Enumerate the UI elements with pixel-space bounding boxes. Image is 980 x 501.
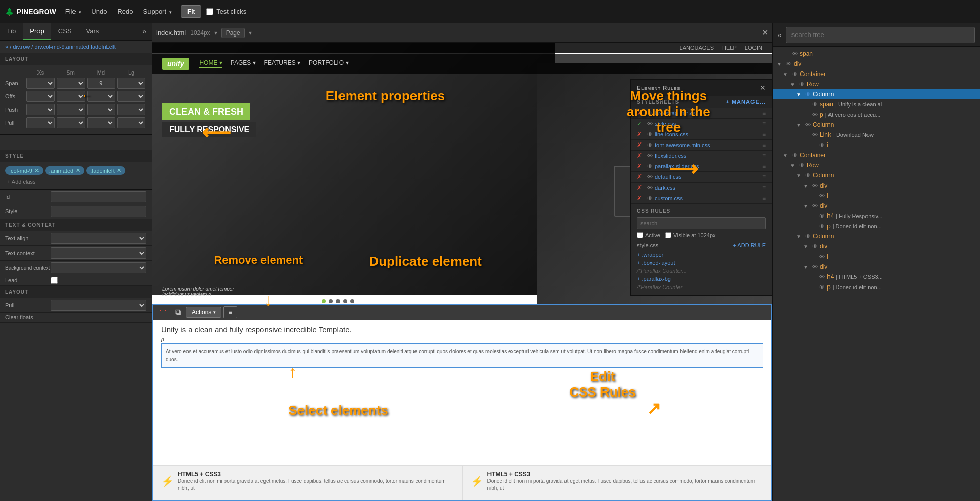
push-sm-select[interactable] [57,104,85,115]
tree-item-row-2[interactable]: ▼ 👁 Row [773,160,980,170]
tree-eye-div-5[interactable]: 👁 [812,264,818,270]
style-input[interactable] [51,206,146,217]
css-rule-boxed-layout[interactable]: + .boxed-layout [637,259,766,267]
editor-close-button[interactable]: ✕ [762,28,768,38]
undo-btn[interactable]: Undo [87,6,111,17]
tag-fadeinleft[interactable]: .fadeinleft ✕ [86,166,125,175]
dot-2[interactable] [329,299,333,303]
ss-name-custom[interactable]: custom.css [655,195,762,201]
tree-search-input[interactable] [786,27,975,43]
css-rule-wrapper[interactable]: + .wrapper [637,251,766,259]
test-clicks-checkbox[interactable] [206,8,213,15]
offs-lg-select[interactable] [117,91,145,102]
tab-vars[interactable]: Vars [79,23,106,40]
ss-drag-parallax-slider[interactable]: ≡ [762,163,766,170]
actions-dropdown[interactable]: Actions ▾ [186,307,221,318]
file-menu[interactable]: File ▾ [61,6,86,17]
ss-drag-default[interactable]: ≡ [762,173,766,181]
offs-xs-select[interactable] [26,91,55,102]
tree-item-div-2[interactable]: ▼ 👁 div [773,181,980,191]
tree-eye-p-donec-1[interactable]: 👁 [819,223,825,229]
text-align-select[interactable] [51,233,146,244]
ss-eye-bootstrap[interactable]: 👁 [647,110,653,116]
tree-item-i-3[interactable]: 👁 i [773,252,980,262]
delete-element-button[interactable]: 🗑 [156,307,170,318]
visible-checkbox[interactable] [665,232,671,238]
ss-name-bootstrap[interactable]: bootstrap.min.css [655,110,762,116]
tree-eye-row-2[interactable]: 👁 [799,162,805,168]
hamburger-button[interactable]: ≡ [223,306,237,318]
duplicate-element-button[interactable]: ⧉ [172,307,184,318]
add-rule-button[interactable]: + ADD RULE [733,242,766,248]
breadcrumb[interactable]: » / div.row / div.col-md-9.animated.fade… [0,41,152,53]
id-input[interactable] [51,191,146,202]
push-xs-select[interactable] [26,104,55,115]
ss-eye-default[interactable]: 👁 [647,174,653,180]
pull-md-select[interactable] [87,117,116,128]
dot-5[interactable] [350,299,354,303]
tree-eye-span-unify[interactable]: 👁 [812,101,818,108]
ss-eye-font-awesome[interactable]: 👁 [647,142,653,148]
ss-name-flexslider[interactable]: flexslider.css [655,153,762,159]
tree-eye-link-download[interactable]: 👁 [812,132,818,138]
text-context-select[interactable] [51,247,146,259]
ss-drag-line-icons[interactable]: ≡ [762,131,766,138]
ss-name-dark[interactable]: dark.css [655,185,762,191]
ss-eye-custom[interactable]: 👁 [647,195,653,201]
pull-lg-select[interactable] [117,117,145,128]
tree-eye-p-atvero[interactable]: 👁 [812,112,818,118]
ss-drag-style[interactable]: ≡ [762,120,766,127]
tree-item-h4-html5[interactable]: 👁 h4 | HTML5 + CSS3... [773,272,980,282]
tree-item-div-1[interactable]: ▼ 👁 div [773,59,980,69]
css-search-input[interactable] [637,217,766,229]
pull-sm-select[interactable] [57,117,85,128]
ss-eye-parallax-slider[interactable]: 👁 [647,163,653,169]
tree-item-p-donec-1[interactable]: 👁 p | Donec id elit non... [773,221,980,231]
tree-eye-p-donec-2[interactable]: 👁 [819,284,825,290]
tree-item-span-unify[interactable]: 👁 span | Unify is a clean al [773,99,980,110]
nav-portfolio[interactable]: PORTFOLIO ▾ [309,59,348,68]
tree-item-link-download[interactable]: 👁 Link | Download Now [773,130,980,140]
tab-lib[interactable]: Lib [0,23,23,40]
rules-close-button[interactable]: ✕ [760,84,766,92]
tree-item-div-5[interactable]: ▼ 👁 div [773,262,980,272]
tree-item-container-1[interactable]: ▼ 👁 Container [773,69,980,79]
ss-drag-flexslider[interactable]: ≡ [762,152,766,159]
offs-md-select[interactable] [87,91,116,102]
nav-pages[interactable]: PAGES ▾ [231,59,256,68]
tree-eye-div-1[interactable]: 👁 [786,61,791,67]
lead-checkbox[interactable] [51,277,58,284]
tree-eye-h4-html5[interactable]: 👁 [819,274,825,280]
tree-eye-column-selected[interactable]: 👁 [805,91,811,97]
tree-item-column-2[interactable]: ▼ 👁 Column [773,120,980,130]
tree-item-p-donec-2[interactable]: 👁 p | Donec id elit non... [773,282,980,292]
ss-drag-bootstrap[interactable]: ≡ [762,110,766,117]
tree-item-row-1[interactable]: ▼ 👁 Row [773,79,980,89]
fit-button[interactable]: Fit [181,5,201,18]
span-xs-select[interactable] [26,78,55,89]
tree-eye-column-4[interactable]: 👁 [805,233,811,239]
remove-animated-icon[interactable]: ✕ [76,167,80,174]
ss-drag-dark[interactable]: ≡ [762,184,766,191]
tree-eye-div-2[interactable]: 👁 [812,183,818,189]
tag-col-md-9[interactable]: .col-md-9 ✕ [5,166,43,175]
tree-eye-i-1[interactable]: 👁 [819,142,825,148]
tab-prop[interactable]: Prop [23,23,51,40]
ss-name-style[interactable]: style.css [655,121,762,127]
dot-4[interactable] [343,299,347,303]
span-lg-select[interactable] [117,78,145,89]
editor-page-button[interactable]: Page [221,28,245,38]
ss-eye-flexslider[interactable]: 👁 [647,153,653,159]
add-class-button[interactable]: + Add class [5,177,38,186]
tab-css[interactable]: CSS [51,23,79,40]
active-checkbox[interactable] [637,232,643,238]
ss-eye-style[interactable]: 👁 [647,121,653,127]
push-md-select[interactable] [87,104,116,115]
tree-item-i-1[interactable]: 👁 i [773,140,980,150]
tag-animated[interactable]: .animated ✕ [45,166,84,175]
tree-item-div-4[interactable]: ▼ 👁 div [773,241,980,252]
support-menu[interactable]: Support ▾ [139,6,176,17]
tree-eye-container-1[interactable]: 👁 [792,71,798,77]
tree-item-i-2[interactable]: 👁 i [773,191,980,201]
css-rule-parallax-bg[interactable]: + .parallax-bg [637,275,766,283]
